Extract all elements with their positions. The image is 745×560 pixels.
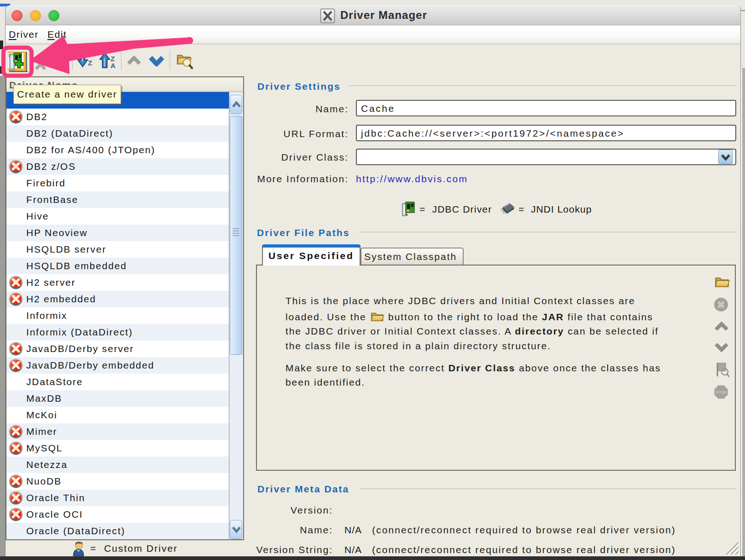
svg-text:Z: Z bbox=[88, 59, 92, 67]
svg-text:A: A bbox=[111, 62, 116, 69]
svg-text:A: A bbox=[88, 50, 93, 58]
svg-text:STOP: STOP bbox=[716, 390, 727, 395]
